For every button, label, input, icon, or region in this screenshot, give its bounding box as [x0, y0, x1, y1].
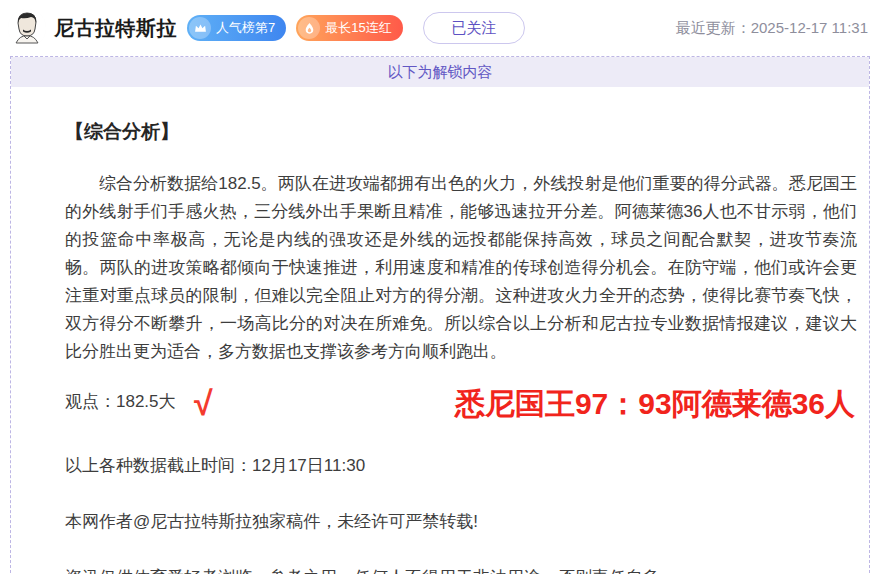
section-title: 【综合分析】	[65, 119, 857, 145]
author-header: 尼古拉特斯拉 人气榜第7 最长15连红 已关注 最近更新：2025-12-17 …	[0, 0, 880, 56]
unlocked-content-frame: 以下为解锁内容 【综合分析】 综合分析数据给182.5。两队在进攻端都拥有出色的…	[10, 56, 870, 573]
viewpoint-label: 观点：	[65, 392, 116, 411]
popularity-rank-label: 人气榜第7	[216, 19, 275, 37]
viewpoint-row: 观点：182.5大 √ 悉尼国王97：93阿德莱德36人	[65, 390, 857, 436]
flame-icon	[298, 17, 320, 39]
author-name: 尼古拉特斯拉	[54, 15, 177, 42]
disclaimer-line: 资讯仅供体育爱好者浏览、参考之用。任何人不得用于非法用途，否则责任自负。	[65, 566, 857, 574]
final-score: 悉尼国王97：93阿德莱德36人	[455, 384, 855, 425]
author-avatar[interactable]	[8, 9, 46, 47]
data-cutoff-line: 以上各种数据截止时间：12月17日11:30	[65, 454, 857, 477]
crown-icon	[189, 17, 211, 39]
unlock-banner: 以下为解锁内容	[11, 57, 869, 87]
popularity-rank-badge: 人气榜第7	[187, 15, 286, 41]
win-streak-label: 最长15连红	[325, 19, 391, 37]
copyright-line: 本网作者@尼古拉特斯拉独家稿件，未经许可严禁转载!	[65, 510, 857, 533]
article-body: 【综合分析】 综合分析数据给182.5。两队在进攻端都拥有出色的火力，外线投射是…	[11, 119, 869, 574]
followed-button[interactable]: 已关注	[423, 12, 525, 44]
analysis-paragraph: 综合分析数据给182.5。两队在进攻端都拥有出色的火力，外线投射是他们重要的得分…	[65, 170, 857, 366]
win-streak-badge: 最长15连红	[296, 15, 402, 41]
last-updated-time: 最近更新：2025-12-17 11:31	[676, 19, 868, 38]
viewpoint-value: 182.5大	[116, 392, 176, 411]
